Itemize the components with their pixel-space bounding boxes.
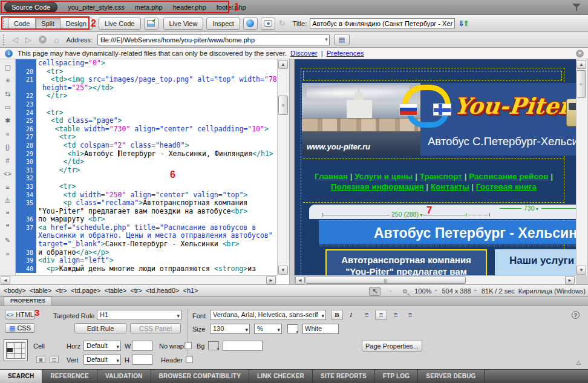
edit-rule-button[interactable]: Edit Rule: [74, 323, 126, 333]
bg-color-field[interactable]: [223, 341, 263, 351]
results-tab[interactable]: LINK CHECKER: [249, 370, 313, 383]
w-input[interactable]: [132, 341, 152, 351]
tag-selector-item[interactable]: <body>: [4, 287, 26, 294]
collapse-panel-icon[interactable]: △: [577, 359, 581, 365]
services-cell[interactable]: Наши услуги: [495, 249, 576, 275]
tag-selector-item[interactable]: <tr>: [130, 287, 142, 294]
refresh-icon[interactable]: ↻: [279, 19, 286, 28]
design-nav-link[interactable]: Услуги и цены: [354, 172, 413, 181]
line-numbers-icon[interactable]: #: [1, 154, 15, 167]
remove-comment-icon[interactable]: ❞: [1, 220, 15, 234]
horz-dropdown[interactable]: Default: [83, 341, 121, 351]
select-tool-icon[interactable]: ↖: [369, 287, 381, 296]
design-horizontal-scrollbar[interactable]: ◄ ||| ►: [295, 275, 576, 284]
promo-cell[interactable]: Автотранспортная компания "You-Piter" пр…: [325, 249, 487, 275]
code-vertical-scrollbar[interactable]: ▲ ≡ ▼: [277, 59, 289, 275]
text-color-swatch[interactable]: [287, 324, 298, 333]
results-tab[interactable]: REFERENCE: [42, 370, 97, 383]
home-icon[interactable]: ⌂: [54, 35, 59, 45]
design-canvas[interactable]: You-Piter Автобус С.Петербург-Хельсинки …: [295, 59, 576, 275]
tag-selector-item[interactable]: <td.page>: [71, 287, 101, 294]
align-justify-icon[interactable]: ≡: [404, 310, 416, 320]
close-info-bar-icon[interactable]: ✕: [576, 50, 584, 57]
syntax-error-alerts-icon[interactable]: ⚠: [1, 194, 15, 207]
preview-in-browser-icon[interactable]: [243, 18, 258, 30]
italic-button[interactable]: I: [345, 310, 357, 320]
magnification-dropdown[interactable]: 100%: [414, 287, 438, 295]
bg-color-swatch[interactable]: [208, 341, 219, 350]
live-code-button[interactable]: Live Code: [99, 18, 141, 30]
design-nav-link[interactable]: Главная: [315, 172, 348, 181]
vert-dropdown[interactable]: Default: [83, 355, 121, 365]
results-tab[interactable]: VALIDATION: [97, 370, 151, 383]
live-view-button[interactable]: Live View: [163, 18, 204, 30]
preferences-link[interactable]: Preferences: [327, 50, 364, 57]
targeted-rule-dropdown[interactable]: H1: [97, 310, 181, 320]
table-width-label[interactable]: 730: [524, 205, 538, 212]
tag-selector-item[interactable]: <tr>: [55, 287, 67, 294]
collapse-full-tag-icon[interactable]: ⇆: [1, 87, 15, 100]
design-vertical-scrollbar[interactable]: ▲ ≡ ▼: [576, 59, 587, 275]
page-banner[interactable]: Автобус Петербург - Хельсинки: [319, 220, 576, 244]
align-left-icon[interactable]: ≡: [361, 310, 373, 320]
design-nav-link[interactable]: Гостевая книга: [476, 182, 537, 191]
more-icon[interactable]: »: [1, 247, 15, 260]
tag-selector-item[interactable]: <table>: [30, 287, 52, 294]
split-cell-icon[interactable]: ◫: [50, 356, 59, 363]
results-tab[interactable]: SITE REPORTS: [313, 370, 375, 383]
css-panel-button[interactable]: CSS Panel: [130, 323, 181, 333]
design-nav-link[interactable]: Контакты: [431, 182, 469, 191]
select-parent-tag-icon[interactable]: «: [1, 127, 15, 140]
open-documents-icon[interactable]: ▢: [1, 61, 15, 74]
site-header-image[interactable]: You-Piter Автобус С.Петербург-Хельсинки …: [302, 83, 576, 155]
tag-selector-item[interactable]: <h1>: [183, 287, 198, 294]
design-view-pane[interactable]: You-Piter Автобус С.Петербург-Хельсинки …: [295, 59, 588, 284]
column-width-label[interactable]: 250 (288): [391, 211, 422, 218]
collapse-selection-icon[interactable]: ▭: [1, 100, 15, 114]
file-management-icon[interactable]: ⇓⇑: [458, 19, 468, 28]
align-center-icon[interactable]: ≡: [375, 310, 387, 320]
pane-splitter[interactable]: [289, 59, 295, 284]
word-wrap-icon[interactable]: ≡: [1, 180, 15, 194]
merge-cells-icon[interactable]: ▣: [36, 356, 45, 363]
window-size-dropdown[interactable]: 504 x 388: [442, 287, 477, 295]
design-nav-link[interactable]: Расписание рейсов: [469, 172, 548, 181]
tag-selector-item[interactable]: <td.head0>: [146, 287, 180, 294]
bold-button[interactable]: B: [331, 310, 343, 320]
results-tab[interactable]: FTP LOG: [375, 370, 419, 383]
design-nav-link[interactable]: Полезная информация: [331, 182, 424, 191]
apply-comment-icon[interactable]: ❝: [1, 207, 15, 220]
css-mode-button[interactable]: ▦ CSS: [5, 323, 35, 333]
table-width-bar[interactable]: 250 (288) 730: [309, 205, 576, 219]
filter-related-files-icon[interactable]: [572, 3, 581, 11]
code-horizontal-scrollbar[interactable]: ◄ ►: [0, 275, 277, 284]
size-unit-dropdown[interactable]: %: [254, 324, 282, 334]
design-nav-link[interactable]: Транспорт: [420, 172, 462, 181]
back-icon[interactable]: ◁: [12, 35, 18, 44]
results-tab[interactable]: SERVER DEBUG: [418, 370, 484, 383]
text-color-field[interactable]: White: [302, 324, 339, 334]
results-tab[interactable]: SEARCH: [0, 370, 42, 383]
results-tab[interactable]: BROWSER COMPATIBILITY: [151, 370, 250, 383]
properties-tab[interactable]: PROPERTIES: [4, 296, 52, 306]
no-wrap-checkbox[interactable]: [185, 342, 192, 349]
expand-all-icon[interactable]: ✱: [1, 114, 15, 127]
address-input[interactable]: [97, 34, 330, 45]
tag-selector-item[interactable]: <table>: [105, 287, 127, 294]
font-dropdown[interactable]: Verdana, Arial, Helvetica, sans-serif: [210, 310, 326, 320]
hand-tool-icon[interactable]: ☞: [384, 287, 396, 296]
html-mode-button[interactable]: <> HTML: [5, 310, 35, 319]
help-icon[interactable]: ?: [572, 311, 580, 319]
code-editor[interactable]: cellspacing="0">20 <tr>21 <td><img src="…: [16, 59, 277, 275]
check-browser-compatibility-icon[interactable]: [144, 18, 158, 30]
inspect-button[interactable]: Inspect: [206, 18, 240, 30]
discover-link[interactable]: Discover: [290, 50, 318, 57]
align-right-icon[interactable]: ≡: [390, 310, 402, 320]
document-title-input[interactable]: [310, 18, 455, 28]
highlight-invalid-code-icon[interactable]: <>: [1, 167, 15, 180]
balance-braces-icon[interactable]: {}: [1, 140, 15, 154]
zoom-tool-icon[interactable]: [399, 287, 411, 296]
h-input[interactable]: [132, 355, 152, 365]
stop-icon[interactable]: ✕: [39, 36, 47, 44]
code-view-pane[interactable]: ▢✳⇆▭✱«{}#<>≡⚠❝❞✎» cellspacing="0">20 <tr…: [0, 59, 289, 284]
